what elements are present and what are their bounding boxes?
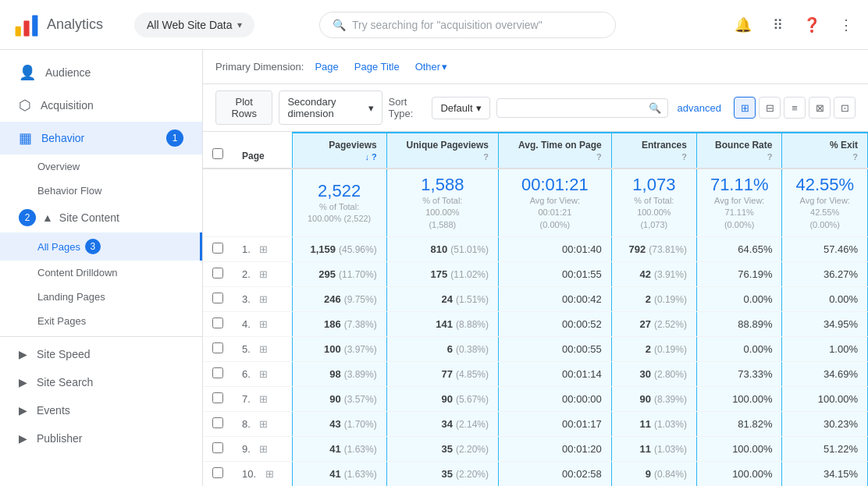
- total-unique-pageviews: 1,588 % of Total:100.00%(1,588): [386, 169, 498, 237]
- row-checkbox-cell-4: [203, 337, 233, 362]
- row-pageviews-2: 246 (9.75%): [292, 287, 386, 312]
- toolbar: Plot Rows Secondary dimension ▾ Sort Typ…: [203, 84, 868, 132]
- sidebar-item-site-search[interactable]: ▶ Site Search: [0, 368, 202, 396]
- row-checkbox-1[interactable]: [212, 268, 223, 278]
- sidebar-sub-behavior-flow[interactable]: Behavior Flow: [0, 179, 202, 203]
- dim-page-link[interactable]: Page: [310, 59, 343, 74]
- sidebar-sub-exit-pages[interactable]: Exit Pages: [0, 309, 202, 333]
- row-checkbox-9[interactable]: [212, 467, 223, 478]
- sidebar-item-audience[interactable]: 👤 Audience: [0, 56, 202, 89]
- row-pct-exit-4: 1.00%: [782, 337, 868, 362]
- sidebar-item-acquisition[interactable]: ⬡ Acquisition: [0, 89, 202, 122]
- row-checkbox-cell-9: [203, 462, 233, 486]
- row-bounce-rate-3: 88.89%: [696, 312, 781, 337]
- sidebar-sub-landing-pages[interactable]: Landing Pages: [0, 285, 202, 309]
- pivot-view-icon[interactable]: ⊠: [809, 97, 831, 119]
- sidebar-sub-overview[interactable]: Overview: [0, 154, 202, 179]
- sort-default-label: Default: [440, 102, 472, 114]
- row-checkbox-6[interactable]: [212, 392, 223, 403]
- sort-type-dropdown[interactable]: Default ▾: [432, 97, 489, 119]
- performance-view-icon[interactable]: ≡: [784, 97, 806, 119]
- row-link-icon-2[interactable]: ⊞: [259, 293, 268, 305]
- table-view-icon[interactable]: ⊞: [734, 97, 756, 119]
- row-link-icon-4[interactable]: ⊞: [259, 343, 268, 355]
- row-unique-pv-2: 24 (1.51%): [386, 287, 498, 312]
- sidebar-sub-overview-label: Overview: [37, 161, 80, 172]
- help-icon[interactable]: ❓: [802, 16, 821, 34]
- row-link-icon-8[interactable]: ⊞: [259, 443, 268, 455]
- svg-rect-0: [16, 26, 21, 36]
- row-link-icon-9[interactable]: ⊞: [265, 468, 274, 480]
- sidebar-item-events[interactable]: ▶ Events: [0, 396, 202, 424]
- sidebar-section-site-content[interactable]: 2 ▲ Site Content: [0, 203, 202, 232]
- row-entrances-8: 11 (1.03%): [611, 437, 696, 462]
- plot-rows-button[interactable]: Plot Rows: [215, 90, 272, 125]
- table-row: 9. ⊞ 41 (1.63%) 35 (2.20%) 00:01:20 11 (…: [203, 437, 868, 462]
- advanced-link[interactable]: advanced: [678, 102, 721, 114]
- comparison-view-icon[interactable]: ⊟: [759, 97, 781, 119]
- row-link-icon-7[interactable]: ⊞: [259, 418, 268, 430]
- header-page-label: Page: [242, 151, 265, 161]
- row-checkbox-3[interactable]: [212, 317, 223, 328]
- row-link-icon-0[interactable]: ⊞: [259, 243, 268, 255]
- table-row: 1. ⊞ 1,159 (45.96%) 810 (51.01%) 00:01:4…: [203, 237, 868, 262]
- row-checkbox-7[interactable]: [212, 417, 223, 428]
- view-icons: ⊞ ⊟ ≡ ⊠ ⊡: [734, 97, 856, 119]
- more-options-icon[interactable]: ⋮: [837, 16, 856, 34]
- sidebar-item-publisher[interactable]: ▶ Publisher: [0, 424, 202, 452]
- row-entrances-6: 90 (8.39%): [611, 387, 696, 412]
- row-unique-pv-3: 141 (8.88%): [386, 312, 498, 337]
- row-checkbox-5[interactable]: [212, 367, 223, 378]
- dim-page-title-link[interactable]: Page Title: [350, 59, 404, 74]
- secondary-dim-chevron-icon: ▾: [368, 102, 374, 114]
- apps-icon[interactable]: ⠿: [768, 16, 787, 34]
- row-checkbox-4[interactable]: [212, 342, 223, 353]
- row-unique-pv-6: 90 (5.67%): [386, 387, 498, 412]
- table-search-icon[interactable]: 🔍: [649, 102, 661, 114]
- behavior-badge: 1: [166, 129, 183, 147]
- header-entrances-label: Entrances: [642, 140, 687, 151]
- row-page-4: 5. ⊞: [233, 337, 292, 362]
- header-pageviews-label: Pageviews: [329, 140, 376, 151]
- row-num-8: 9.: [242, 443, 251, 455]
- search-placeholder: Try searching for "acquisition overview": [352, 19, 542, 31]
- row-checkbox-cell-7: [203, 412, 233, 437]
- lifecycle-view-icon[interactable]: ⊡: [834, 97, 856, 119]
- row-bounce-rate-7: 81.82%: [696, 412, 781, 437]
- sidebar-label-audience: Audience: [45, 66, 91, 79]
- sidebar-label-events: Events: [37, 404, 70, 417]
- row-link-icon-5[interactable]: ⊞: [259, 368, 268, 380]
- row-unique-pv-5: 77 (4.85%): [386, 362, 498, 387]
- secondary-dimension-dropdown[interactable]: Secondary dimension ▾: [279, 90, 382, 125]
- row-checkbox-2[interactable]: [212, 293, 223, 303]
- table-row: 7. ⊞ 90 (3.57%) 90 (5.67%) 00:00:00 90 (…: [203, 387, 868, 412]
- row-link-icon-3[interactable]: ⊞: [259, 318, 268, 330]
- row-pageviews-3: 186 (7.38%): [292, 312, 386, 337]
- all-pages-badge: 3: [85, 239, 101, 254]
- sidebar-item-site-speed[interactable]: ▶ Site Speed: [0, 340, 202, 368]
- row-link-icon-1[interactable]: ⊞: [259, 268, 268, 280]
- sort-type-label: Sort Type:: [389, 96, 426, 119]
- row-link-icon-6[interactable]: ⊞: [259, 393, 268, 405]
- row-num-5: 6.: [242, 368, 251, 380]
- account-selector[interactable]: All Web Site Data ▾: [134, 12, 254, 37]
- table-search-input[interactable]: [503, 102, 644, 114]
- row-num-1: 2.: [242, 268, 251, 280]
- sidebar-item-behavior[interactable]: ▦ Behavior 1: [0, 122, 202, 154]
- global-search-bar[interactable]: 🔍 Try searching for "acquisition overvie…: [319, 12, 616, 38]
- sidebar-label-site-search: Site Search: [37, 376, 93, 388]
- select-all-checkbox[interactable]: [212, 148, 223, 159]
- row-checkbox-0[interactable]: [212, 243, 223, 254]
- sidebar-sub-all-pages[interactable]: All Pages 3: [0, 232, 202, 261]
- notifications-icon[interactable]: 🔔: [734, 16, 752, 34]
- row-pct-exit-5: 34.69%: [782, 362, 868, 387]
- sidebar: 👤 Audience ⬡ Acquisition ▦ Behavior 1 Ov…: [0, 50, 203, 486]
- row-pct-exit-0: 57.46%: [782, 237, 868, 262]
- site-search-chevron-icon: ▶: [19, 376, 27, 388]
- row-pct-exit-8: 51.22%: [782, 437, 868, 462]
- sidebar-sub-content-drilldown[interactable]: Content Drilldown: [0, 261, 202, 285]
- row-bounce-rate-9: 100.00%: [696, 462, 781, 486]
- row-checkbox-8[interactable]: [212, 442, 223, 453]
- dim-other-dropdown[interactable]: Other ▾: [411, 59, 453, 74]
- row-bounce-rate-5: 73.33%: [696, 362, 781, 387]
